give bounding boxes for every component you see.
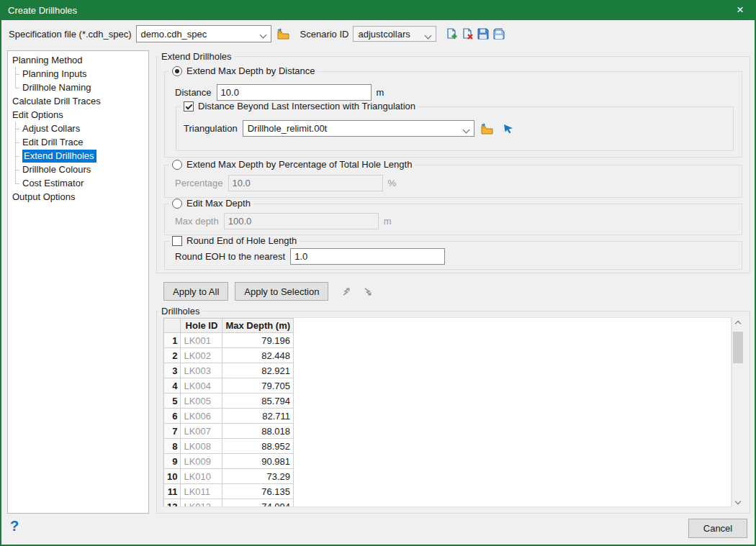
cancel-button[interactable]: Cancel (688, 519, 747, 538)
apply-to-all-button[interactable]: Apply to All (163, 282, 228, 301)
sidebar-item-drillhole-naming[interactable]: Drillhole Naming (8, 81, 148, 94)
sidebar-item-extend-drillholes[interactable]: Extend Drillholes (8, 149, 148, 163)
new-scenario-button[interactable] (444, 26, 459, 42)
scroll-up-button[interactable] (732, 317, 744, 329)
row-number-cell: 6 (164, 409, 181, 424)
chevron-down-icon (259, 32, 266, 39)
save-scenario-as-button[interactable] (491, 26, 507, 42)
table-row[interactable]: 3LK00382.921 (164, 363, 294, 378)
max-depth-cell[interactable]: 82.448 (222, 348, 294, 363)
max-depth-cell[interactable]: 90.981 (222, 454, 294, 469)
distance-input[interactable] (217, 84, 372, 101)
max-depth-column-header[interactable]: Max Depth (m) (222, 319, 294, 333)
sidebar-item-planning-method[interactable]: Planning Method (8, 53, 148, 67)
hole-id-cell[interactable]: LK002 (181, 348, 222, 363)
sidebar-item-output-options[interactable]: Output Options (8, 190, 148, 204)
group-title-text: Drillholes (161, 306, 199, 317)
beyond-intersection-checkbox[interactable] (184, 101, 194, 112)
max-depth-cell[interactable]: 79.705 (222, 378, 294, 393)
row-number-cell: 7 (164, 424, 181, 439)
round-eoh-input[interactable] (290, 248, 445, 265)
table-row[interactable]: 2LK00282.448 (164, 348, 294, 363)
close-button[interactable]: × (724, 0, 756, 20)
table-row[interactable]: 8LK00888.952 (164, 439, 294, 454)
group-title-text: Extend Drillholes (161, 51, 232, 62)
sidebar-item-cost-estimator[interactable]: Cost Estimator (8, 176, 148, 190)
sidebar-item-planning-inputs[interactable]: Planning Inputs (8, 67, 148, 81)
max-depth-cell[interactable]: 74.094 (222, 499, 294, 508)
row-number-cell: 10 (164, 469, 181, 484)
hole-id-cell[interactable]: LK008 (181, 439, 222, 454)
row-number-cell: 4 (164, 378, 181, 393)
table-row[interactable]: 4LK00479.705 (164, 378, 294, 393)
row-number-cell: 3 (164, 363, 181, 378)
create-drillholes-dialog: Create Drillholes × Specification file (… (0, 0, 756, 546)
help-button[interactable]: ? (10, 518, 19, 534)
browse-spec-file-button[interactable] (276, 26, 292, 42)
max-depth-cell[interactable]: 88.952 (222, 439, 294, 454)
hole-id-cell[interactable]: LK006 (181, 409, 222, 424)
sidebar-item-label: Calculate Drill Traces (12, 96, 101, 106)
apply-buttons-row: Apply to All Apply to Selection (163, 282, 376, 301)
hole-id-cell[interactable]: LK010 (181, 469, 222, 484)
max-depth-cell[interactable]: 82.711 (222, 409, 294, 424)
chevron-down-icon (735, 498, 741, 504)
edit-max-depth-label: Edit Max Depth (186, 198, 251, 209)
scrollbar-thumb[interactable] (733, 332, 743, 363)
triangulation-combobox[interactable]: Drillhole_relimit.00t (243, 120, 474, 137)
round-eoh-checkbox[interactable] (172, 236, 182, 246)
hole-id-cell[interactable]: LK012 (181, 499, 222, 508)
sidebar-item-calculate-drill-traces[interactable]: Calculate Drill Traces (8, 94, 148, 108)
max-depth-cell[interactable]: 79.196 (222, 333, 294, 348)
hole-id-cell[interactable]: LK011 (181, 484, 222, 499)
browse-triangulation-button[interactable] (480, 121, 495, 137)
hole-id-cell[interactable]: LK005 (181, 393, 222, 409)
extend-drillholes-group: Extend Drillholes Extend Max Depth by Di… (156, 56, 750, 273)
table-row[interactable]: 10LK01073.29 (164, 469, 294, 484)
sidebar-item-edit-drill-trace[interactable]: Edit Drill Trace (8, 135, 148, 149)
max-depth-cell[interactable]: 73.29 (222, 469, 294, 484)
sidebar-item-adjust-collars[interactable]: Adjust Collars (8, 122, 148, 135)
row-number-cell: 9 (164, 454, 181, 469)
table-row[interactable]: 6LK00682.711 (164, 409, 294, 424)
table-row[interactable]: 11LK01176.135 (164, 484, 294, 499)
spec-file-combobox[interactable]: demo.cdh_spec (136, 25, 271, 42)
table-row[interactable]: 9LK00990.981 (164, 454, 294, 469)
undo-apply-button[interactable] (338, 283, 354, 299)
open-folder-icon (276, 28, 290, 40)
hole-id-cell[interactable]: LK009 (181, 454, 222, 469)
table-vertical-scrollbar[interactable] (732, 317, 744, 507)
scroll-down-button[interactable] (732, 495, 744, 507)
max-depth-cell[interactable]: 76.135 (222, 484, 294, 499)
max-depth-cell[interactable]: 82.921 (222, 363, 294, 378)
table-row[interactable]: 12LK01274.094 (164, 499, 294, 508)
table-row[interactable]: 5LK00585.794 (164, 393, 294, 409)
max-depth-cell[interactable]: 88.018 (222, 424, 294, 439)
hole-id-cell[interactable]: LK004 (181, 378, 222, 393)
edit-max-depth-radio[interactable] (172, 199, 182, 209)
scenario-id-combobox[interactable]: adjustcollars (353, 26, 436, 42)
round-eoh-field-label: Round EOH to the nearest (175, 251, 285, 262)
drillholes-group: Drillholes Hole ID Max Depth (m) 1LK0017… (156, 311, 750, 514)
extend-by-percentage-radio[interactable] (172, 160, 182, 170)
hole-id-cell[interactable]: LK003 (181, 363, 222, 378)
save-scenario-button[interactable] (475, 26, 491, 42)
row-number-cell: 12 (164, 499, 181, 508)
pick-triangulation-button[interactable] (500, 121, 516, 137)
extend-by-distance-radio[interactable] (172, 66, 182, 76)
row-number-cell: 11 (164, 484, 181, 499)
delete-scenario-button[interactable] (459, 26, 475, 42)
extend-drillholes-group-title: Extend Drillholes (158, 51, 235, 62)
redo-apply-button[interactable] (360, 283, 376, 299)
apply-to-selection-button[interactable]: Apply to Selection (235, 282, 328, 301)
hole-id-cell[interactable]: LK001 (181, 333, 222, 348)
sidebar-item-edit-options[interactable]: Edit Options (8, 108, 148, 122)
extend-by-distance-section: Extend Max Depth by Distance Distance m … (164, 71, 742, 158)
table-row[interactable]: 1LK00179.196 (164, 333, 294, 348)
toolbar: Specification file (*.cdh_spec) demo.cdh… (1, 20, 755, 47)
sidebar-item-drillhole-colours[interactable]: Drillhole Colours (8, 163, 148, 176)
max-depth-cell[interactable]: 85.794 (222, 393, 294, 409)
hole-id-column-header[interactable]: Hole ID (181, 319, 222, 333)
table-row[interactable]: 7LK00788.018 (164, 424, 294, 439)
hole-id-cell[interactable]: LK007 (181, 424, 222, 439)
